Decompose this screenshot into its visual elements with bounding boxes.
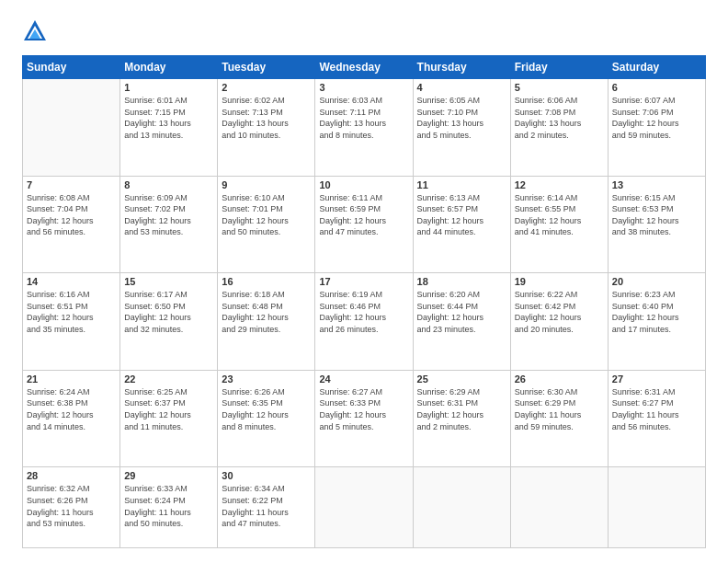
week-row-2: 14Sunrise: 6:16 AM Sunset: 6:51 PM Dayli…	[23, 273, 706, 371]
day-number: 4	[417, 82, 506, 93]
day-number: 24	[319, 373, 408, 385]
cell-content: Sunrise: 6:14 AM Sunset: 6:55 PM Dayligh…	[515, 192, 604, 238]
cell-content: Sunrise: 6:29 AM Sunset: 6:31 PM Dayligh…	[417, 386, 506, 432]
cell-content: Sunrise: 6:34 AM Sunset: 6:22 PM Dayligh…	[222, 483, 311, 529]
cell-content: Sunrise: 6:33 AM Sunset: 6:24 PM Dayligh…	[124, 483, 213, 529]
day-number: 19	[515, 276, 604, 287]
calendar-cell: 30Sunrise: 6:34 AM Sunset: 6:22 PM Dayli…	[218, 467, 315, 548]
calendar-cell: 5Sunrise: 6:06 AM Sunset: 7:08 PM Daylig…	[510, 79, 608, 177]
calendar-cell: 15Sunrise: 6:17 AM Sunset: 6:50 PM Dayli…	[120, 273, 218, 371]
day-number: 2	[222, 82, 311, 93]
week-row-1: 7Sunrise: 6:08 AM Sunset: 7:04 PM Daylig…	[23, 176, 706, 273]
day-number: 16	[222, 276, 311, 287]
calendar-cell: 17Sunrise: 6:19 AM Sunset: 6:46 PM Dayli…	[315, 273, 413, 371]
cell-content: Sunrise: 6:31 AM Sunset: 6:27 PM Dayligh…	[612, 386, 701, 432]
cell-content: Sunrise: 6:03 AM Sunset: 7:11 PM Dayligh…	[319, 95, 408, 141]
calendar-cell: 8Sunrise: 6:09 AM Sunset: 7:02 PM Daylig…	[120, 176, 218, 273]
calendar-cell: 29Sunrise: 6:33 AM Sunset: 6:24 PM Dayli…	[120, 467, 218, 548]
day-number: 15	[124, 276, 213, 287]
day-number: 21	[27, 373, 116, 385]
day-number: 10	[319, 179, 408, 190]
calendar-cell: 23Sunrise: 6:26 AM Sunset: 6:35 PM Dayli…	[218, 370, 315, 467]
day-number: 28	[27, 470, 116, 481]
cell-content: Sunrise: 6:24 AM Sunset: 6:38 PM Dayligh…	[27, 386, 116, 432]
weekday-header-saturday: Saturday	[608, 56, 705, 79]
day-number: 29	[124, 470, 213, 481]
cell-content: Sunrise: 6:19 AM Sunset: 6:46 PM Dayligh…	[319, 289, 408, 335]
cell-content: Sunrise: 6:01 AM Sunset: 7:15 PM Dayligh…	[124, 95, 213, 141]
weekday-header-row: SundayMondayTuesdayWednesdayThursdayFrid…	[23, 56, 706, 79]
calendar-cell: 2Sunrise: 6:02 AM Sunset: 7:13 PM Daylig…	[218, 79, 315, 177]
week-row-0: 1Sunrise: 6:01 AM Sunset: 7:15 PM Daylig…	[23, 79, 706, 177]
cell-content: Sunrise: 6:13 AM Sunset: 6:57 PM Dayligh…	[417, 192, 506, 238]
cell-content: Sunrise: 6:08 AM Sunset: 7:04 PM Dayligh…	[27, 192, 116, 238]
day-number: 18	[417, 276, 506, 287]
cell-content: Sunrise: 6:22 AM Sunset: 6:42 PM Dayligh…	[515, 289, 604, 335]
day-number: 7	[27, 179, 116, 190]
calendar-cell	[608, 467, 705, 548]
calendar-cell: 14Sunrise: 6:16 AM Sunset: 6:51 PM Dayli…	[23, 273, 120, 371]
page: SundayMondayTuesdayWednesdayThursdayFrid…	[0, 0, 728, 563]
logo-icon	[22, 18, 48, 44]
calendar-cell: 27Sunrise: 6:31 AM Sunset: 6:27 PM Dayli…	[608, 370, 705, 467]
calendar-cell: 4Sunrise: 6:05 AM Sunset: 7:10 PM Daylig…	[413, 79, 510, 177]
cell-content: Sunrise: 6:25 AM Sunset: 6:37 PM Dayligh…	[124, 386, 213, 432]
day-number: 27	[612, 373, 701, 385]
calendar-cell	[315, 467, 413, 548]
day-number: 6	[612, 82, 701, 93]
calendar-cell: 24Sunrise: 6:27 AM Sunset: 6:33 PM Dayli…	[315, 370, 413, 467]
weekday-header-tuesday: Tuesday	[218, 56, 315, 79]
calendar-cell: 28Sunrise: 6:32 AM Sunset: 6:26 PM Dayli…	[23, 467, 120, 548]
day-number: 11	[417, 179, 506, 190]
cell-content: Sunrise: 6:10 AM Sunset: 7:01 PM Dayligh…	[222, 192, 311, 238]
calendar-cell: 12Sunrise: 6:14 AM Sunset: 6:55 PM Dayli…	[510, 176, 608, 273]
cell-content: Sunrise: 6:23 AM Sunset: 6:40 PM Dayligh…	[612, 289, 701, 335]
day-number: 25	[417, 373, 506, 385]
weekday-header-monday: Monday	[120, 56, 218, 79]
calendar-cell: 21Sunrise: 6:24 AM Sunset: 6:38 PM Dayli…	[23, 370, 120, 467]
calendar-cell: 25Sunrise: 6:29 AM Sunset: 6:31 PM Dayli…	[413, 370, 510, 467]
calendar-cell: 19Sunrise: 6:22 AM Sunset: 6:42 PM Dayli…	[510, 273, 608, 371]
weekday-header-friday: Friday	[510, 56, 608, 79]
week-row-4: 28Sunrise: 6:32 AM Sunset: 6:26 PM Dayli…	[23, 467, 706, 548]
day-number: 30	[222, 470, 311, 481]
cell-content: Sunrise: 6:16 AM Sunset: 6:51 PM Dayligh…	[27, 289, 116, 335]
calendar-cell: 3Sunrise: 6:03 AM Sunset: 7:11 PM Daylig…	[315, 79, 413, 177]
day-number: 22	[124, 373, 213, 385]
day-number: 9	[222, 179, 311, 190]
calendar-cell: 26Sunrise: 6:30 AM Sunset: 6:29 PM Dayli…	[510, 370, 608, 467]
calendar-cell: 1Sunrise: 6:01 AM Sunset: 7:15 PM Daylig…	[120, 79, 218, 177]
weekday-header-wednesday: Wednesday	[315, 56, 413, 79]
weekday-header-thursday: Thursday	[413, 56, 510, 79]
cell-content: Sunrise: 6:26 AM Sunset: 6:35 PM Dayligh…	[222, 386, 311, 432]
cell-content: Sunrise: 6:11 AM Sunset: 6:59 PM Dayligh…	[319, 192, 408, 238]
calendar-cell: 18Sunrise: 6:20 AM Sunset: 6:44 PM Dayli…	[413, 273, 510, 371]
calendar-cell: 11Sunrise: 6:13 AM Sunset: 6:57 PM Dayli…	[413, 176, 510, 273]
header	[22, 18, 706, 44]
cell-content: Sunrise: 6:07 AM Sunset: 7:06 PM Dayligh…	[612, 95, 701, 141]
calendar-cell	[23, 79, 120, 177]
calendar-cell	[413, 467, 510, 548]
cell-content: Sunrise: 6:27 AM Sunset: 6:33 PM Dayligh…	[319, 386, 408, 432]
day-number: 1	[124, 82, 213, 93]
calendar-cell: 22Sunrise: 6:25 AM Sunset: 6:37 PM Dayli…	[120, 370, 218, 467]
calendar-cell: 20Sunrise: 6:23 AM Sunset: 6:40 PM Dayli…	[608, 273, 705, 371]
day-number: 17	[319, 276, 408, 287]
cell-content: Sunrise: 6:30 AM Sunset: 6:29 PM Dayligh…	[515, 386, 604, 432]
day-number: 23	[222, 373, 311, 385]
cell-content: Sunrise: 6:06 AM Sunset: 7:08 PM Dayligh…	[515, 95, 604, 141]
cell-content: Sunrise: 6:17 AM Sunset: 6:50 PM Dayligh…	[124, 289, 213, 335]
week-row-3: 21Sunrise: 6:24 AM Sunset: 6:38 PM Dayli…	[23, 370, 706, 467]
calendar-cell: 7Sunrise: 6:08 AM Sunset: 7:04 PM Daylig…	[23, 176, 120, 273]
logo	[22, 18, 51, 44]
calendar-cell	[510, 467, 608, 548]
cell-content: Sunrise: 6:05 AM Sunset: 7:10 PM Dayligh…	[417, 95, 506, 141]
day-number: 13	[612, 179, 701, 190]
cell-content: Sunrise: 6:02 AM Sunset: 7:13 PM Dayligh…	[222, 95, 311, 141]
day-number: 20	[612, 276, 701, 287]
day-number: 26	[515, 373, 604, 385]
calendar-cell: 9Sunrise: 6:10 AM Sunset: 7:01 PM Daylig…	[218, 176, 315, 273]
day-number: 12	[515, 179, 604, 190]
calendar-cell: 16Sunrise: 6:18 AM Sunset: 6:48 PM Dayli…	[218, 273, 315, 371]
day-number: 8	[124, 179, 213, 190]
